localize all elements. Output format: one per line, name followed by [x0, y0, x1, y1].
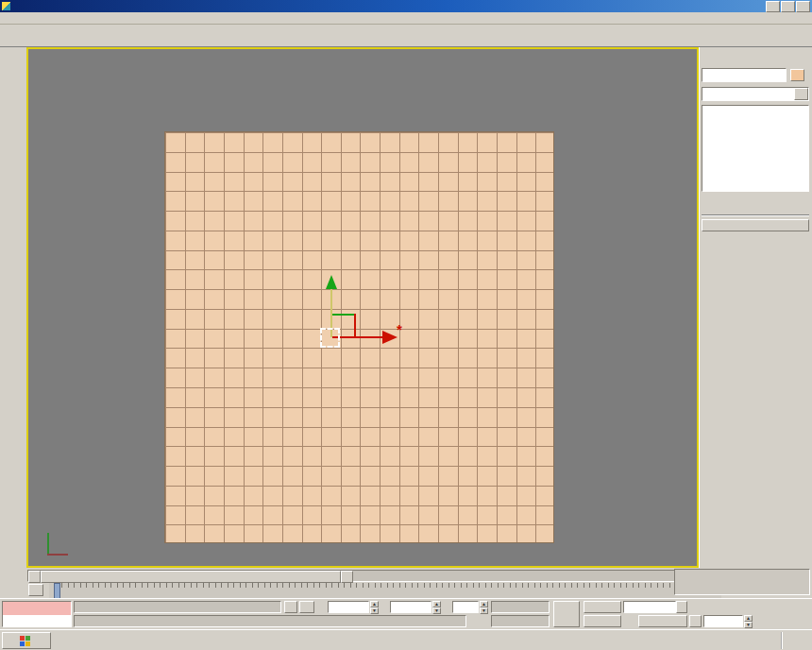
- next-frame-slider-button[interactable]: [341, 571, 353, 583]
- viewport-top[interactable]: *: [26, 47, 699, 568]
- close-button[interactable]: [796, 1, 810, 12]
- modifier-list-value: [702, 88, 794, 100]
- mini-curve-editor-button[interactable]: [28, 584, 43, 596]
- key-mode-chevron-icon[interactable]: [676, 601, 687, 613]
- track-bar-right-panel: [674, 569, 810, 595]
- modifier-list-dropdown[interactable]: [702, 87, 809, 101]
- x-coordinate-field[interactable]: [328, 601, 369, 613]
- system-tray: [781, 632, 810, 649]
- z-coordinate-field[interactable]: [452, 601, 479, 613]
- parameters-rollout-header[interactable]: [702, 219, 809, 231]
- modifier-stack[interactable]: [702, 105, 809, 192]
- selection-lock-icon[interactable]: [284, 601, 297, 613]
- move-gizmo-x-arrowhead[interactable]: [382, 331, 398, 344]
- x-spinner[interactable]: ▲▼: [370, 601, 379, 613]
- maximize-button[interactable]: [781, 1, 795, 12]
- object-color-swatch[interactable]: [790, 69, 804, 81]
- set-key-button[interactable]: [584, 615, 621, 627]
- divider: [702, 214, 809, 216]
- track-bar-ruler[interactable]: [49, 583, 721, 598]
- command-panel: [699, 47, 812, 568]
- frame-spinner[interactable]: ▲▼: [744, 615, 753, 627]
- 3ds-max-window: *: [0, 0, 812, 650]
- z-spinner[interactable]: ▲▼: [480, 601, 488, 613]
- track-bar: [26, 583, 699, 598]
- key-step-icon[interactable]: [689, 615, 702, 627]
- current-frame-marker[interactable]: [54, 583, 60, 599]
- time-slider-track[interactable]: [27, 570, 697, 582]
- y-coordinate-field[interactable]: [390, 601, 431, 613]
- y-spinner[interactable]: ▲▼: [432, 601, 441, 613]
- time-slider-button[interactable]: [41, 571, 341, 583]
- prompt-line: [74, 615, 466, 627]
- object-name-field[interactable]: [702, 68, 787, 82]
- world-axis-x: [47, 554, 68, 556]
- move-gizmo-x-label: *: [397, 321, 402, 337]
- main-toolbar: [0, 25, 812, 47]
- chevron-down-icon[interactable]: [794, 88, 808, 100]
- minimize-button[interactable]: [766, 1, 780, 12]
- selected-tile-bracket[interactable]: [320, 328, 340, 348]
- auto-key-button[interactable]: [584, 601, 621, 613]
- move-gizmo-y-arrowhead[interactable]: [326, 275, 337, 289]
- windows-logo-icon: [20, 636, 30, 646]
- previous-frame-slider-button[interactable]: [28, 571, 41, 583]
- absolute-offset-toggle-icon[interactable]: [299, 601, 314, 613]
- key-mode-dropdown[interactable]: [623, 601, 676, 613]
- move-gizmo-xy-plane-green[interactable]: [332, 314, 355, 316]
- set-keys-button[interactable]: [553, 601, 580, 627]
- key-filter-curve-icon[interactable]: [623, 615, 636, 627]
- current-frame-field[interactable]: [703, 615, 743, 627]
- world-axis-y: [47, 533, 49, 556]
- status-bar: ▲▼ ▲▼ ▲▼ ▲▼: [0, 598, 812, 629]
- menu-bar: [0, 12, 812, 25]
- move-gizmo-x-axis[interactable]: [332, 336, 383, 338]
- add-time-tag[interactable]: [491, 615, 550, 627]
- title-bar: [0, 0, 812, 12]
- selection-status-field: [74, 601, 281, 613]
- left-toolbar: [0, 47, 26, 598]
- key-filters-button[interactable]: [638, 615, 687, 627]
- start-button[interactable]: [2, 632, 51, 649]
- taskbar: [0, 629, 812, 650]
- time-slider-row: [26, 568, 699, 583]
- maxscript-mini-listener[interactable]: [2, 601, 72, 627]
- move-gizmo-xy-plane-red[interactable]: [354, 314, 356, 338]
- app-icon: [2, 2, 10, 10]
- modifier-stack-buttons: [702, 196, 809, 211]
- grid-size-field: [491, 601, 550, 613]
- command-panel-tabs: [702, 49, 811, 64]
